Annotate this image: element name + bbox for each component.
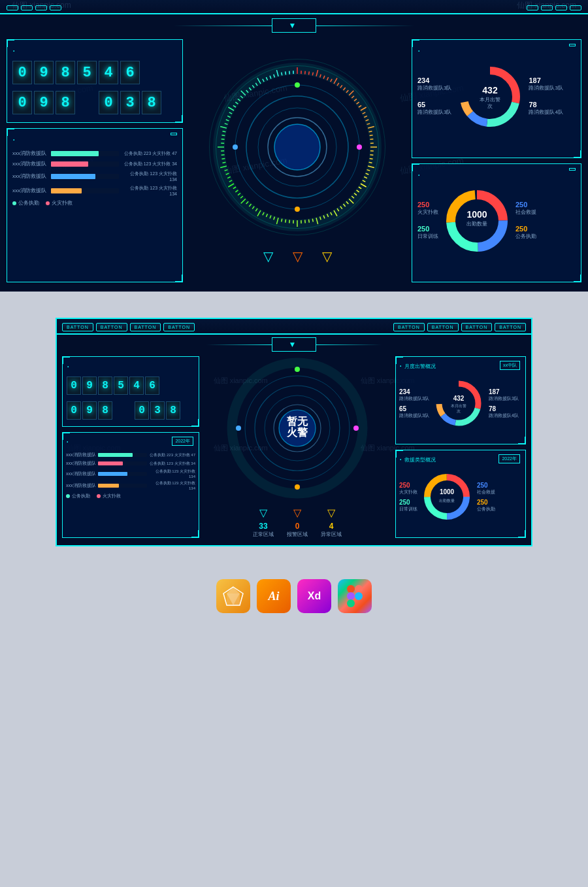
small-m-label-4: 路消救援队4队 [489,412,519,419]
annual-dropdown[interactable] [171,133,177,135]
nav-btn-6[interactable] [541,5,553,10]
small-nav-3[interactable]: BATTON [130,323,161,331]
bar-stats-3: 公务执勤 123 火灾扑救 134 [122,171,177,182]
sit-0: 0 [67,401,81,420]
small-bar-label-1: xxx消防救援队 [66,452,95,458]
svg-point-128 [295,207,300,212]
svg-line-65 [282,218,282,222]
nav-btn-8[interactable] [570,5,581,10]
small-nav-4[interactable]: BATTON [163,323,195,331]
nav-btn-4[interactable] [50,5,61,10]
svg-line-4 [309,71,310,75]
legend-dot-2 [46,201,50,205]
nav-btn-1[interactable] [7,5,18,10]
in-team-group: 0 9 8 [12,88,91,117]
small-r-entry-2: 250 社会救援 [477,482,495,495]
small-nav-2[interactable]: BATTON [96,323,127,331]
small-monthly-dropdown[interactable]: xx中队 [500,361,520,370]
svg-text:本月出警: 本月出警 [480,97,500,103]
small-nav-6[interactable]: BATTON [427,323,459,331]
small-r-label-1: 火灾扑救 [399,489,417,495]
nav-btn-3[interactable] [35,5,47,10]
small-nav-7[interactable]: BATTON [461,323,493,331]
small-region-selector[interactable]: ▼ [272,337,317,352]
svg-point-177 [355,592,363,600]
header [0,0,588,14]
svg-line-93 [221,139,225,139]
bar-stats-2: 公务执勤 123 火灾扑救 34 [122,161,177,167]
svg-line-3 [305,71,306,74]
bar-track-2 [51,161,119,167]
small-m-label-3: 路消救援队3队 [489,395,519,402]
small-r-label-2: 社会救援 [477,489,495,495]
annual-panel: xxx消防救援队 公务执勤 223 火灾扑救 47 xxx消防救援队 公务执勤 … [7,128,183,282]
svg-line-33 [370,154,373,155]
small-legend-2: 火灾扑救 [97,493,121,499]
small-header: BATTON BATTON BATTON BATTON BATTON BATTO… [57,319,531,335]
small-indicators: ▽ 33 正常区域 ▽ 0 报警区域 ▽ 4 异常区域 [253,507,342,538]
rescue-donut: 1000 出勤数量 [441,185,513,259]
small-bar-track-2 [98,461,147,465]
svg-text:火警: 火警 [286,427,308,438]
fire-team-title [12,45,177,57]
sd-5: 5 [114,377,128,395]
chevron-down-icon: ▼ [289,21,297,30]
small-legend-1: 公务执勤 [66,493,90,499]
small-region-line-r [316,344,382,345]
bar-fill-4a [51,188,82,193]
svg-line-29 [370,139,373,139]
small-nav-1[interactable]: BATTON [62,323,93,331]
rescue-content: 250 火灾扑救 250 日常训练 [417,185,576,259]
legend-label-2: 火灾扑救 [52,199,73,207]
bar-track-3 [51,174,119,179]
small-r-label-4: 公务执勤 [477,506,495,512]
digit-5: 5 [77,61,97,84]
small-center-col: 暂无 火警 ▽ 33 正常区域 ▽ 0 报警区域 [203,356,391,538]
small-m-num-3: 187 [489,388,519,395]
bar-row-1: xxx消防救援队 公务执勤 223 火灾扑救 47 [12,150,177,157]
dp-3: 3 [120,91,140,114]
svg-point-125 [274,124,320,170]
svg-text:次: 次 [457,409,461,413]
rescue-dropdown[interactable] [569,168,576,171]
nav-btn-5[interactable] [527,5,538,10]
sit-9: 9 [82,401,97,420]
figma-svg [347,585,363,607]
svg-line-89 [221,154,225,155]
small-ind-label-1: 正常区域 [253,531,274,538]
stat-row: 0 9 8 0 3 8 [12,88,177,117]
monthly-dropdown[interactable] [569,44,576,46]
svg-point-126 [295,82,300,88]
svg-point-127 [357,144,362,150]
nav-btn-2[interactable] [21,5,33,10]
sd-6: 6 [145,377,159,395]
bar-stats-4: 公务执勤 123 火灾扑救 134 [122,185,177,196]
region-selector[interactable]: ▼ [272,18,317,33]
monthly-donut: 432 本月出警 次 [454,61,526,135]
small-rescue-dropdown[interactable]: 2022年 [498,454,520,463]
small-m-num-2: 65 [399,405,429,412]
digit-0: 0 [12,61,32,84]
bar-row-2: xxx消防救援队 公务执勤 123 火灾扑救 34 [12,160,177,167]
small-history-display: 0 9 8 5 4 6 [67,377,195,395]
monthly-content: 234 路消救援队3队 65 路消救援队3队 [417,61,576,135]
small-m-entry-4: 78 路消救援队4队 [489,405,519,419]
small-r-entry-3: 250 日常训练 [399,499,417,512]
sd-4: 4 [129,377,144,395]
small-radar: 暂无 火警 [225,356,369,500]
svg-line-34 [370,158,373,159]
small-annual-dropdown[interactable]: 2022年 [172,437,193,446]
small-nav-5[interactable]: BATTON [393,323,425,331]
bar-label-1: xxx消防救援队 [12,150,48,157]
svg-text:1000: 1000 [466,209,487,220]
bar-row-3: xxx消防救援队 公务执勤 123 火灾扑救 134 [12,171,177,182]
monthly-label-3: 路消救援队3队 [529,84,563,92]
small-nav-8[interactable]: BATTON [495,323,526,331]
svg-text:432: 432 [483,85,498,95]
svg-text:出勤数量: 出勤数量 [439,499,455,503]
sdp-8: 8 [166,401,180,420]
nav-btn-7[interactable] [555,5,567,10]
small-dispatch-display: 0 3 8 [135,401,195,420]
svg-text:次: 次 [487,103,493,109]
small-legend-label-2: 火灾扑救 [103,493,121,499]
